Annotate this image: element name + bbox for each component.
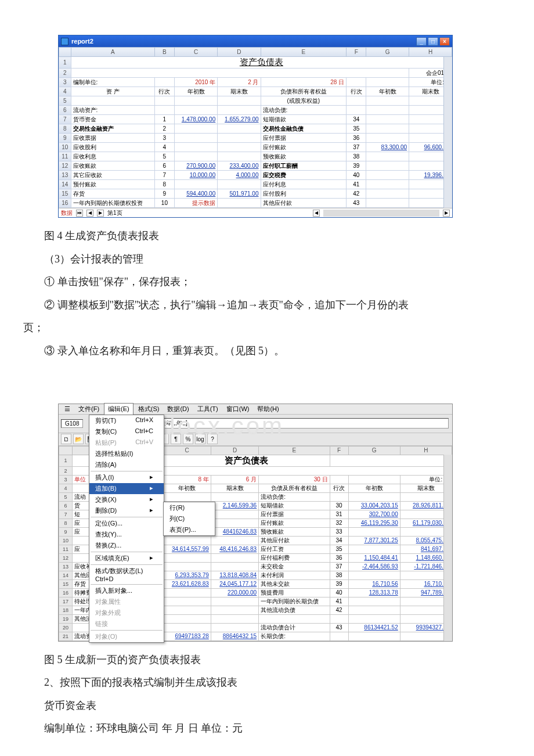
log-icon[interactable]: log [195, 434, 205, 444]
edit-dropdown[interactable]: 剪切(T)Ctrl+X复制(C)Ctrl+C粘贴(P)Ctrl+V选择性粘贴(I… [89, 415, 164, 643]
maximize-button[interactable]: □ [428, 37, 438, 46]
paragraph: ③ 录入单位名称和年月日，重算表页。（见图 5）。 [23, 340, 511, 363]
paragraph-icon[interactable]: ¶ [171, 434, 181, 444]
menu-file[interactable]: 文件(F) [75, 404, 103, 415]
table-row[interactable]: 10应收股利4应付账款3783,300.0096,600.00 [59, 143, 452, 152]
menu-item[interactable]: 复制(C)Ctrl+C [89, 426, 164, 437]
menu-window[interactable]: 窗口(W) [223, 404, 253, 415]
close-button[interactable]: × [439, 37, 450, 46]
submenu-item[interactable]: 行(R) [164, 502, 215, 513]
cell-reference[interactable]: G108 [61, 419, 83, 428]
menu-help[interactable]: 帮助(H) [254, 404, 282, 415]
formula-bar[interactable]: "2181",全年,,,年,,] [138, 418, 449, 429]
menu-tools[interactable]: 工具(T) [194, 404, 222, 415]
menu-bar[interactable]: ☰ 文件(F) 编辑(E) 格式(S) 数据(D) 工具(T) 窗口(W) 帮助… [59, 404, 452, 415]
percent-icon[interactable]: % [183, 434, 193, 444]
menu-item: 链接 [89, 618, 164, 629]
paragraph: （3）会计报表的管理 [23, 248, 511, 271]
submenu-item[interactable]: 列(C) [164, 513, 215, 524]
menu-item[interactable]: 清除(A) [89, 459, 164, 470]
vertical-scrollbar[interactable] [443, 57, 452, 208]
menu-item[interactable]: 查找(Y)... [89, 529, 164, 540]
report-window: report2 _ □ × A B C D E F G H 1资产负债表 2会企… [58, 35, 453, 218]
menu-item[interactable]: 交换(X)▸ [89, 494, 164, 505]
editor-window: ☰ 文件(F) 编辑(E) 格式(S) 数据(D) 工具(T) 窗口(W) 帮助… [58, 404, 453, 642]
menu-item[interactable]: 替换(Z)... [89, 540, 164, 551]
window-title: report2 [71, 38, 416, 45]
open-icon[interactable]: 📂 [73, 434, 84, 444]
prev-page-icon[interactable]: ◀ [86, 210, 93, 217]
figure-5-caption: 图 5 生成新一页的资产负债表报表 [23, 649, 511, 672]
table-row[interactable]: 7货币资金11,478,000.001,655,279.00短期借款34 [59, 115, 452, 124]
vertical-scrollbar[interactable] [443, 455, 452, 641]
minimize-button[interactable]: _ [416, 37, 427, 46]
menu-item: 对象(O) [89, 631, 164, 642]
help-icon[interactable]: ? [207, 434, 218, 444]
menu-item: 对象属性 [89, 596, 164, 607]
menu-item: 粘贴(P)Ctrl+V [89, 437, 164, 448]
paragraph: 页； [23, 316, 511, 340]
table-row[interactable]: 15存货9594,400.00501,971.00应付股利42 [59, 189, 452, 199]
paragraph: ① 单击按钮"保存"，保存报表； [23, 271, 511, 294]
paragraph: 2、按照下面的报表格式编制并生成该报表 [23, 671, 511, 694]
menu-item[interactable]: 格式/数据状态(L) Ctrl+D [89, 566, 164, 584]
table-row[interactable]: 8交易性金融资产2交易性金融负债35 [59, 124, 452, 134]
submenu-item[interactable]: 表页(P)... [164, 524, 215, 535]
sheet-title: 资产负债表 [71, 57, 452, 69]
menu-item[interactable]: 剪切(T)Ctrl+X [89, 415, 164, 426]
menu-format[interactable]: 格式(S) [135, 404, 163, 415]
table-row[interactable]: 12应收账款6270,900.00233,400.00应付职工薪酬39 [59, 161, 452, 171]
menu-edit[interactable]: 编辑(E) [104, 403, 134, 415]
table-row[interactable]: 16一年内到期的长期债权投资10提示数据其他应付款43 [59, 199, 452, 208]
menu-item[interactable]: 插入新对象... [89, 585, 164, 596]
spreadsheet-grid[interactable]: A B C D E F G H 1资产负债表 2会企01表 3 编制单位: 20… [59, 47, 452, 217]
paragraph: 编制单位：环球电脑公司 年 月 日 单位：元 [23, 717, 511, 740]
figure-4-caption: 图 4 生成资产负债表报表 [23, 225, 511, 248]
scroll-left-icon[interactable]: ◀ [313, 210, 320, 217]
menu-item[interactable]: 插入(I)▸ [89, 472, 164, 483]
menu-item[interactable]: 删除(D)▸ [89, 505, 164, 516]
table-row[interactable]: 6流动资产:流动负债: [59, 106, 452, 115]
paragraph: 货币资金表 [23, 694, 511, 718]
menu-item[interactable]: 区域填充(E)▸ [89, 553, 164, 564]
menu-data[interactable]: 数据(D) [164, 404, 192, 415]
title-bar[interactable]: report2 _ □ × [59, 35, 452, 47]
table-row[interactable]: 11应收利息5预收账款38 [59, 152, 452, 161]
menu-item[interactable]: 选择性粘贴(I) [89, 448, 164, 459]
table-row[interactable]: 14预付账款8应付利息41 [59, 180, 452, 189]
paragraph: ② 调整模板到"数据"状态，执行"编辑→追加→表页"命令，追加下一个月份的表 [23, 294, 511, 317]
sheet-title: 资产负债表 [163, 455, 330, 466]
next-page-icon[interactable]: ▶ [97, 210, 104, 217]
app-menu-icon[interactable]: ☰ [61, 404, 74, 414]
menu-item[interactable]: 追加(B)▸ [89, 483, 164, 494]
table-row[interactable]: 13其它应收款710,000.004,000.00应交税费4019,396.00 [59, 171, 452, 180]
column-headers: A B C D E F G H [59, 48, 452, 57]
app-icon [61, 38, 68, 45]
scroll-right-icon[interactable]: ▶ [443, 210, 450, 217]
menu-item: 对象外观 [89, 607, 164, 618]
append-submenu[interactable]: 行(R)列(C)表页(P)... [163, 502, 215, 536]
table-row[interactable]: 9应收票据3应付票据36 [59, 134, 452, 143]
new-icon[interactable]: 🗋 [61, 434, 71, 444]
sheet-tabs[interactable]: 数据 ⏮ ◀ ▶ 第1页 ◀ ▶ [59, 208, 452, 217]
menu-item[interactable]: 定位(G)... [89, 518, 164, 529]
first-page-icon[interactable]: ⏮ [76, 210, 83, 217]
